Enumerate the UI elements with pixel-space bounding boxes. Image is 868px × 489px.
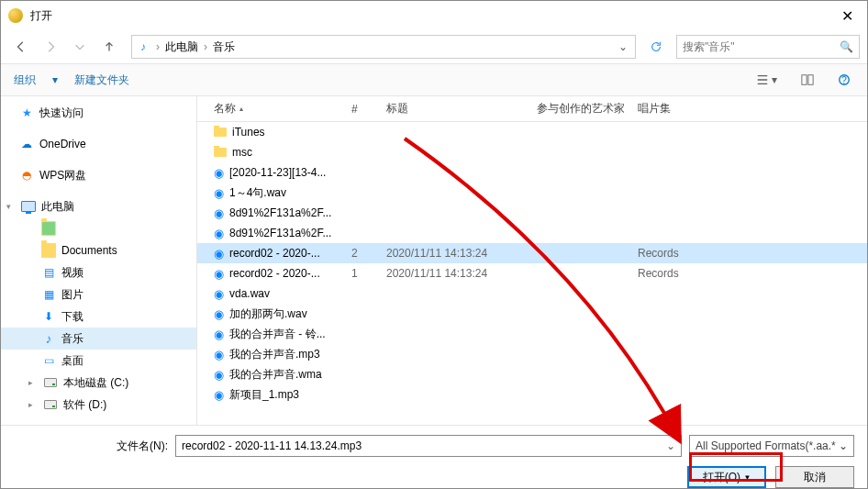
search-box[interactable]: 🔍 (676, 35, 860, 59)
forward-button[interactable] (38, 34, 63, 60)
audio-icon (214, 388, 224, 402)
file-row[interactable]: 8d91%2F131a%2F... (197, 223, 867, 243)
file-name: 1～4句.wav (229, 185, 286, 201)
file-name: 我的合并声音 - 铃... (229, 327, 326, 342)
file-row[interactable]: 加的那两句.wav (197, 304, 867, 324)
file-row[interactable]: record02 - 2020-...12020/11/11 14:13:24R… (197, 263, 867, 283)
music-icon (41, 331, 56, 346)
drive-icon (44, 378, 57, 387)
audio-icon (214, 307, 224, 321)
chevron-right-icon: › (154, 40, 161, 53)
sidebar-item-label: OneDrive (39, 138, 86, 150)
chevron-right-icon[interactable]: ▸ (28, 400, 38, 409)
search-input[interactable] (683, 40, 840, 53)
file-row[interactable]: record02 - 2020-...22020/11/11 14:13:24R… (197, 243, 867, 263)
audio-icon (214, 368, 224, 382)
svg-rect-0 (802, 75, 807, 85)
up-button[interactable] (96, 34, 122, 60)
view-preview-button[interactable] (797, 72, 818, 88)
window-title: 打开 (30, 8, 827, 24)
file-row[interactable]: vda.wav (197, 283, 867, 304)
column-album[interactable]: 唱片集 (632, 101, 742, 117)
filename-input[interactable] (182, 439, 666, 452)
audio-icon (214, 267, 224, 281)
sort-arrow-icon: ▴ (239, 105, 243, 113)
footer: 文件名(N): ⌄ All Supported Formats(*.aa.* ⌄… (1, 425, 867, 489)
column-name[interactable]: 名称▴ (208, 101, 346, 117)
filetype-filter[interactable]: All Supported Formats(*.aa.* ⌄ (689, 435, 854, 457)
sidebar-3dobjects[interactable] (1, 217, 196, 239)
chevron-right-icon[interactable]: ▸ (28, 378, 38, 387)
file-num: 1 (346, 267, 381, 280)
newfolder-button[interactable]: 新建文件夹 (74, 72, 129, 88)
file-name: msc (232, 146, 252, 159)
filter-dropdown-icon: ⌄ (839, 439, 848, 452)
file-row[interactable]: msc (197, 142, 867, 162)
file-row[interactable]: 8d91%2F131a%2F... (197, 203, 867, 223)
refresh-button[interactable] (645, 36, 667, 58)
file-row[interactable]: iTunes (197, 122, 867, 142)
sidebar-video[interactable]: 视频 (1, 261, 196, 283)
navbar: ♪ › 此电脑 › 音乐 ⌄ 🔍 (1, 30, 867, 63)
sidebar: 快速访问 OneDrive WPS网盘 ▾此电脑 Documents 视频 图片… (1, 96, 197, 425)
file-name: 8d91%2F131a%2F... (229, 227, 331, 239)
sidebar-drive-d[interactable]: ▸软件 (D:) (1, 394, 196, 416)
sidebar-quick-access[interactable]: 快速访问 (1, 102, 196, 124)
organize-menu[interactable]: 组织 (14, 72, 36, 88)
pc-icon (21, 201, 36, 212)
filename-dropdown-icon[interactable]: ⌄ (666, 439, 675, 452)
filename-combo[interactable]: ⌄ (175, 435, 682, 457)
column-title[interactable]: 标题 (381, 101, 531, 117)
sidebar-documents[interactable]: Documents (1, 239, 196, 261)
sidebar-desktop[interactable]: 桌面 (1, 350, 196, 372)
titlebar: 打开 ✕ (1, 1, 867, 30)
view-details-button[interactable]: ▾ (752, 72, 781, 88)
crumb-thispc[interactable]: 此电脑 (161, 39, 202, 55)
app-icon (8, 8, 23, 23)
sidebar-thispc[interactable]: ▾此电脑 (1, 195, 196, 217)
drive-icon (44, 400, 57, 409)
sidebar-item-label: 音乐 (61, 331, 83, 347)
sidebar-music[interactable]: 音乐 (1, 328, 196, 350)
help-button[interactable]: ? (834, 72, 854, 88)
sidebar-pictures[interactable]: 图片 (1, 283, 196, 306)
column-artist[interactable]: 参与创作的艺术家 (531, 101, 632, 117)
file-row[interactable]: 新项目_1.mp3 (197, 384, 867, 405)
file-row[interactable]: 我的合并声音.mp3 (197, 344, 867, 364)
file-name: vda.wav (229, 287, 270, 300)
file-row[interactable]: 我的合并声音.wma (197, 364, 867, 384)
file-row[interactable]: 1～4句.wav (197, 183, 867, 203)
sidebar-item-label: 快速访问 (39, 106, 83, 121)
crumb-music[interactable]: 音乐 (209, 39, 239, 55)
file-name: 8d91%2F131a%2F... (229, 206, 331, 219)
organize-dropdown-icon[interactable]: ▾ (52, 73, 58, 86)
file-name: 我的合并声音.wma (229, 367, 322, 383)
close-button[interactable]: ✕ (827, 1, 867, 30)
chevron-down-icon[interactable]: ▾ (6, 202, 16, 211)
back-button[interactable] (8, 34, 34, 60)
sidebar-drive-c[interactable]: ▸本地磁盘 (C:) (1, 372, 196, 394)
address-bar[interactable]: ♪ › 此电脑 › 音乐 ⌄ (131, 35, 636, 59)
folder-icon (41, 243, 56, 258)
sidebar-downloads[interactable]: 下载 (1, 306, 196, 328)
audio-icon (214, 348, 224, 361)
file-album: Records (632, 267, 742, 280)
pictures-icon (41, 287, 56, 302)
sidebar-onedrive[interactable]: OneDrive (1, 133, 196, 155)
svg-rect-1 (808, 75, 813, 85)
file-name: 新项目_1.mp3 (229, 387, 299, 403)
file-row[interactable]: [2020-11-23][13-4... (197, 162, 867, 183)
cancel-button[interactable]: 取消 (775, 466, 854, 488)
address-dropdown[interactable]: ⌄ (615, 40, 631, 53)
audio-icon (214, 206, 224, 220)
open-button[interactable]: 打开(O) ▼ (687, 466, 766, 488)
desktop-icon (41, 353, 56, 368)
file-title: 2020/11/11 14:13:24 (381, 247, 531, 260)
audio-icon (214, 328, 224, 341)
sidebar-wps[interactable]: WPS网盘 (1, 164, 196, 186)
recent-dropdown[interactable] (67, 34, 93, 60)
folder-icon (41, 221, 56, 236)
column-number[interactable]: # (346, 103, 381, 116)
toolbar: 组织 ▾ 新建文件夹 ▾ ? (1, 63, 867, 96)
file-row[interactable]: 我的合并声音 - 铃... (197, 324, 867, 344)
